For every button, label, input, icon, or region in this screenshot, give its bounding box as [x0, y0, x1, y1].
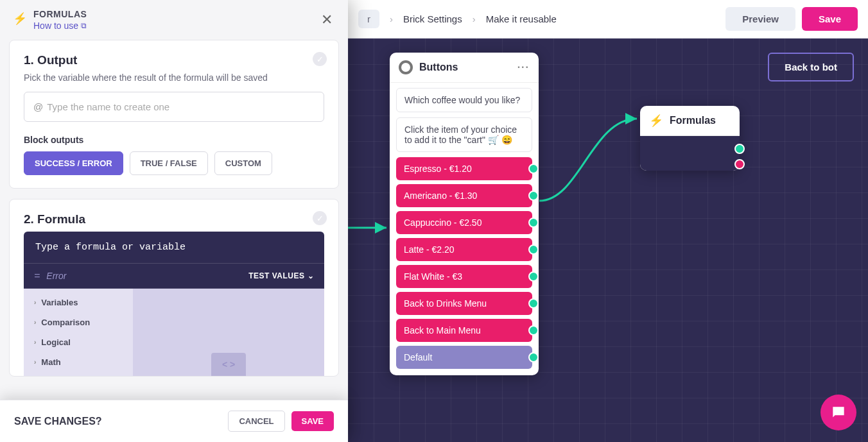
output-port[interactable]	[528, 217, 539, 228]
save-changes-label: SAVE CHANGES?	[14, 416, 228, 427]
node-header[interactable]: ⚡ Formulas	[640, 106, 740, 136]
output-port[interactable]	[528, 191, 539, 201]
category-item[interactable]: ›Comparison	[24, 312, 133, 332]
save-button[interactable]: Save	[802, 7, 858, 31]
formula-categories: ›Variables ›Comparison ›Logical ›Math < …	[24, 289, 324, 376]
success-port[interactable]	[734, 144, 745, 154]
category-label: Comparison	[41, 318, 90, 327]
chevron-right-icon: ›	[473, 13, 476, 24]
section-title: 1. Output	[24, 53, 324, 67]
link-label: How to use	[33, 21, 78, 31]
formula-error: Error	[46, 271, 248, 281]
save-button[interactable]: SAVE	[291, 411, 334, 431]
choice-button[interactable]: Espresso - €1.20	[396, 157, 532, 180]
buttons-icon	[399, 60, 413, 74]
more-icon[interactable]: ···	[517, 62, 530, 73]
chat-icon	[830, 404, 847, 421]
panel-scroll[interactable]: ✓ 1. Output Pick the variable where the …	[0, 40, 348, 400]
section-title: 2. Formula	[24, 212, 324, 226]
cancel-button[interactable]: CANCEL	[228, 411, 284, 432]
category-label: Math	[41, 357, 60, 367]
choice-label: Cappuccino - €2.50	[404, 217, 482, 228]
segment-custom[interactable]: CUSTOM	[214, 151, 272, 175]
output-port[interactable]	[528, 164, 539, 174]
breadcrumb-item[interactable]: Make it reusable	[486, 13, 557, 24]
top-bar: r › Brick Settings › Make it reusable Pr…	[348, 0, 868, 38]
breadcrumb-item[interactable]: r	[358, 10, 379, 28]
breadcrumb: r › Brick Settings › Make it reusable	[358, 10, 725, 28]
category-item[interactable]: ›Variables	[24, 293, 133, 312]
category-item[interactable]: ›Logical	[24, 332, 133, 352]
chevron-right-icon: ›	[390, 13, 393, 24]
output-port[interactable]	[528, 298, 539, 309]
chevron-right-icon: ›	[34, 359, 36, 366]
output-section: ✓ 1. Output Pick the variable where the …	[9, 40, 339, 189]
choice-label: Flat White - €3	[404, 271, 462, 282]
message-block[interactable]: Which coffee would you like?	[396, 88, 532, 112]
node-header[interactable]: Buttons ···	[390, 53, 539, 83]
check-icon: ✓	[313, 52, 327, 66]
node-body	[640, 136, 740, 171]
back-to-bot-button[interactable]: Back to bot	[768, 53, 854, 81]
category-label: Variables	[41, 298, 78, 307]
formula-icon: ⚡	[649, 114, 663, 128]
output-variable-input[interactable]: @ Type the name to create one	[24, 92, 324, 122]
chevron-down-icon: ⌄	[308, 271, 315, 280]
output-port[interactable]	[528, 244, 539, 255]
buttons-node[interactable]: Buttons ··· Which coffee would you like?…	[390, 53, 539, 375]
chevron-right-icon: ›	[34, 319, 36, 326]
check-icon: ✓	[313, 211, 327, 225]
segment-true-false[interactable]: TRUE / FALSE	[130, 151, 208, 175]
close-icon[interactable]: ✕	[318, 9, 335, 31]
formula-input[interactable]: Type a formula or variable	[24, 232, 324, 264]
flow-canvas[interactable]: Back to bot Buttons ··· Which coffee wou…	[348, 38, 868, 442]
formula-section: ✓ 2. Formula Type a formula or variable …	[9, 199, 339, 377]
choice-button[interactable]: Back to Main Menu	[396, 319, 532, 342]
external-link-icon: ⧉	[81, 21, 87, 30]
choice-label: Americano - €1.30	[404, 191, 477, 201]
choice-button[interactable]: Flat White - €3	[396, 265, 532, 288]
chat-fab[interactable]	[820, 395, 856, 430]
choice-button[interactable]: Cappuccino - €2.50	[396, 211, 532, 234]
chevron-right-icon: ›	[34, 339, 36, 346]
message-block[interactable]: Click the item of your choice to add it …	[396, 117, 532, 152]
panel-title: FORMULAS	[33, 9, 312, 19]
formula-icon: ⚡	[13, 12, 27, 26]
choice-label: Espresso - €1.20	[404, 164, 472, 174]
node-title: Formulas	[670, 115, 731, 126]
choice-label: Default	[404, 352, 432, 362]
formulas-node[interactable]: ⚡ Formulas	[640, 106, 740, 171]
save-changes-bar: SAVE CHANGES? CANCEL SAVE	[0, 400, 348, 442]
formula-result-row: = Error TEST VALUES ⌄	[24, 264, 324, 289]
output-mode-segment: SUCCESS / ERROR TRUE / FALSE CUSTOM	[24, 151, 324, 175]
output-port[interactable]	[528, 352, 539, 362]
code-icon: < >	[211, 353, 246, 376]
preview-button[interactable]: Preview	[725, 7, 795, 31]
output-port[interactable]	[528, 325, 539, 336]
output-port[interactable]	[528, 271, 539, 282]
choice-button[interactable]: Back to Drinks Menu	[396, 292, 532, 315]
how-to-use-link[interactable]: How to use ⧉	[33, 21, 312, 31]
choice-label: Back to Main Menu	[404, 325, 481, 336]
breadcrumb-item[interactable]: Brick Settings	[403, 13, 462, 24]
choice-button[interactable]: Americano - €1.30	[396, 184, 532, 207]
category-preview: < >	[133, 289, 324, 376]
equals-icon: =	[34, 270, 40, 282]
panel-header: ⚡ FORMULAS How to use ⧉ ✕	[0, 0, 348, 40]
error-port[interactable]	[734, 159, 745, 169]
formula-panel: ⚡ FORMULAS How to use ⧉ ✕ ✓ 1. Output Pi…	[0, 0, 348, 442]
category-label: Logical	[41, 337, 71, 347]
choice-button[interactable]: Latte - €2.20	[396, 238, 532, 261]
choice-label: Latte - €2.20	[404, 244, 455, 255]
test-values-label: TEST VALUES	[248, 271, 304, 280]
at-icon: @	[33, 101, 43, 112]
test-values-button[interactable]: TEST VALUES ⌄	[248, 271, 314, 280]
category-list: ›Variables ›Comparison ›Logical ›Math	[24, 289, 133, 376]
segment-success-error[interactable]: SUCCESS / ERROR	[24, 151, 123, 175]
choice-label: Back to Drinks Menu	[404, 298, 487, 309]
node-title: Buttons	[419, 62, 511, 73]
choice-default[interactable]: Default	[396, 346, 532, 369]
placeholder-text: Type the name to create one	[47, 101, 169, 112]
category-item[interactable]: ›Math	[24, 352, 133, 372]
section-subtitle: Pick the variable where the result of th…	[24, 72, 324, 83]
